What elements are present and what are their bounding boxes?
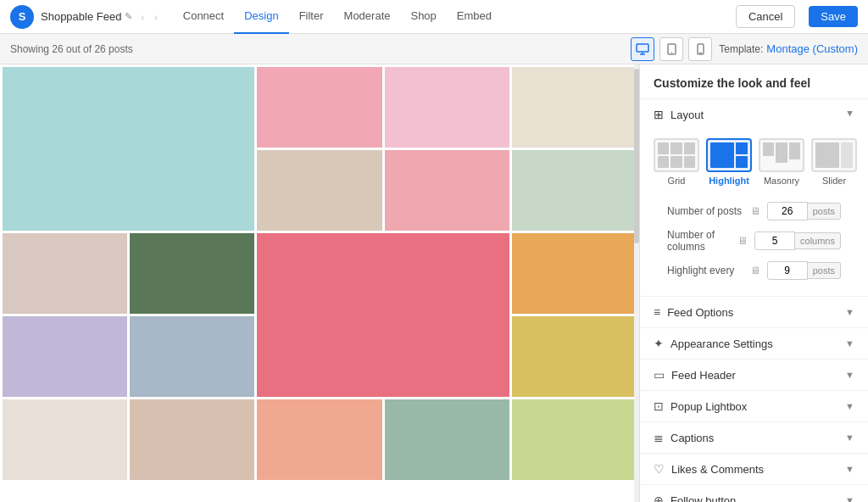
setting-help-columns[interactable]: 🖥 [737,235,748,247]
post-item[interactable] [512,67,637,148]
section-likes-&-comments: ♡ Likes & Comments ▼ [640,454,868,485]
nav-embed[interactable]: Embed [447,0,502,34]
setting-input-wrap-highlight: posts [767,261,841,280]
setting-input-wrap-posts: posts [767,202,841,220]
feed-preview [0,64,639,502]
scrollbar-track[interactable] [634,64,639,502]
section-feed-options: ≡ Feed Options ▼ [640,297,868,328]
svg-rect-0 [637,44,648,52]
post-item[interactable] [130,316,254,397]
sidebar: Customize the look and feel ⊞ Layout ▲ [639,64,868,502]
subbar: Showing 26 out of 26 posts Template: Mon… [0,34,868,64]
post-item[interactable] [3,67,254,231]
posts-count: Showing 26 out of 26 posts [10,43,624,55]
post-item[interactable] [3,399,127,480]
section-chevron: ▼ [845,338,854,349]
app-logo: S [10,5,34,29]
section-header-Captions[interactable]: ≣ Captions ▼ [640,422,868,453]
template-info: Template: Montage (Custom) [719,42,858,55]
setting-row-columns: Number of columns 🖥 columns [654,225,854,257]
section-appearance-settings: ✦ Appearance Settings ▼ [640,328,868,360]
setting-row-highlight: Highlight every 🖥 posts [654,257,854,284]
section-header-Follow button[interactable]: ⊕ Follow button ▼ [640,485,868,502]
post-item[interactable] [257,150,381,231]
svg-point-4 [671,52,673,53]
section-popup-lightbox: ⊡ Popup Lightbox ▼ [640,391,868,422]
post-item[interactable] [257,399,381,480]
post-item[interactable] [257,233,509,397]
brand-name: Shoppable Feed ✎ [41,10,132,23]
section-icon: ✦ [654,337,664,350]
layout-option-slider[interactable]: Slider [811,138,857,186]
setting-label-highlight: Highlight every [667,265,743,276]
layout-label: Layout [670,109,704,121]
section-chevron: ▼ [845,432,854,443]
layout-thumb-highlight [706,138,752,172]
nav-design[interactable]: Design [234,0,288,34]
post-item[interactable] [385,150,509,231]
topbar: S Shoppable Feed ✎ ‹ › Connect Design Fi… [0,0,868,34]
view-options [631,37,712,61]
nav-moderate[interactable]: Moderate [334,0,401,34]
layout-option-grid[interactable]: Grid [654,138,699,186]
save-button[interactable]: Save [809,6,858,27]
setting-label-columns: Number of columns [667,229,731,253]
setting-row-posts: Number of posts 🖥 posts [654,198,854,225]
layout-option-label-masonry: Masonry [764,176,799,186]
post-item[interactable] [512,150,637,231]
setting-input-posts[interactable] [767,202,808,220]
nav-shop[interactable]: Shop [400,0,446,34]
section-header-Appearance Settings[interactable]: ✦ Appearance Settings ▼ [640,328,868,359]
layout-icon: ⊞ [654,108,664,121]
section-icon: ≣ [654,431,664,444]
layout-option-label-grid: Grid [668,176,686,186]
nav-filter[interactable]: Filter [289,0,334,34]
setting-input-highlight[interactable] [767,261,808,280]
setting-help-highlight[interactable]: 🖥 [750,265,760,276]
setting-input-columns[interactable] [754,231,795,250]
layout-option-highlight[interactable]: Highlight [706,138,752,186]
post-item[interactable] [512,233,637,314]
section-header-Feed Options[interactable]: ≡ Feed Options ▼ [640,297,868,327]
post-item[interactable] [385,67,509,148]
sidebar-title: Customize the look and feel [640,64,868,99]
post-item[interactable] [3,316,127,397]
layout-thumb-grid [654,138,699,172]
layout-section: ⊞ Layout ▲ Grid [640,99,868,297]
template-value[interactable]: Montage (Custom) [766,42,858,55]
layout-thumb-slider [811,138,857,172]
post-item[interactable] [130,233,254,314]
view-mobile-icon[interactable] [688,37,712,61]
setting-unit-highlight: posts [808,262,841,279]
section-label: Likes & Comments [671,463,764,476]
layout-thumb-masonry [759,138,804,172]
section-header-Feed Header[interactable]: ▭ Feed Header ▼ [640,360,868,390]
section-captions: ≣ Captions ▼ [640,422,868,454]
section-chevron: ▼ [845,495,854,502]
setting-unit-posts: posts [808,203,841,220]
layout-option-masonry[interactable]: Masonry [759,138,804,186]
cancel-button[interactable]: Cancel [736,5,795,28]
nav-connect[interactable]: Connect [173,0,234,34]
section-label: Captions [670,432,714,444]
section-header-Likes & Comments[interactable]: ♡ Likes & Comments ▼ [640,454,868,484]
post-item[interactable] [385,399,509,480]
section-icon: ▭ [654,368,665,382]
view-desktop-icon[interactable] [631,37,654,61]
main-layout: Customize the look and feel ⊞ Layout ▲ [0,64,868,502]
post-item[interactable] [512,399,637,480]
section-header-Popup Lightbox[interactable]: ⊡ Popup Lightbox ▼ [640,391,868,421]
setting-help-posts[interactable]: 🖥 [750,205,760,217]
post-item[interactable] [512,316,637,397]
collapsed-sections: ≡ Feed Options ▼ ✦ Appearance Settings ▼… [640,297,868,502]
section-label: Feed Options [667,306,733,319]
post-item[interactable] [130,399,254,480]
feed-scroll[interactable] [0,64,639,502]
post-item[interactable] [3,233,127,314]
view-tablet-icon[interactable] [659,37,683,61]
brand-edit-icon[interactable]: ✎ [125,11,132,22]
section-label: Appearance Settings [670,337,773,350]
post-item[interactable] [257,67,381,148]
layout-section-header[interactable]: ⊞ Layout ▲ [640,99,868,130]
scrollbar-thumb[interactable] [634,69,639,243]
